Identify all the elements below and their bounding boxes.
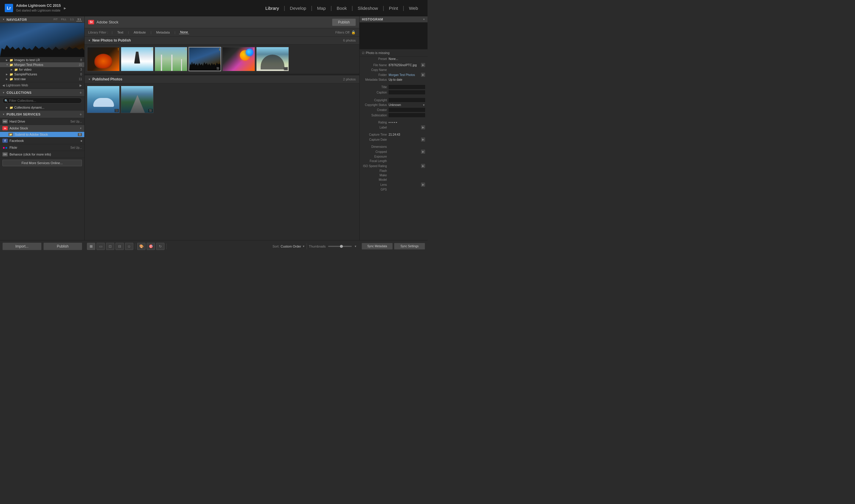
folder-for-video[interactable]: ▶ 📁 for video 3	[0, 67, 84, 72]
collections-header[interactable]: ▼ Collections +	[0, 89, 84, 96]
filter-none[interactable]: None	[179, 30, 189, 34]
navigator-fill[interactable]: FILL	[60, 18, 67, 21]
folder-sample-pictures[interactable]: ▶ 📁 SamplePictures 0	[0, 72, 84, 76]
published-photos-grid: ⬛ ⬛	[85, 84, 359, 115]
filter-lock-icon[interactable]: 🔒	[351, 30, 356, 34]
caption-value[interactable]	[389, 90, 425, 94]
navigator-1to1[interactable]: 1:1	[69, 18, 75, 21]
folder-morgan-test[interactable]: ▼ 📁 Morgan Test Photos 15	[0, 62, 84, 67]
rotate-btn[interactable]: ↻	[156, 243, 164, 250]
filter-btn[interactable]: 🎯	[147, 243, 155, 250]
folder-count: 15	[79, 63, 82, 67]
metadata-copyname: Copy Name	[359, 68, 427, 72]
main-nav: Library | Develop | Map | Book | Slidesh…	[261, 4, 423, 13]
status-label: Metadata Status	[362, 78, 389, 81]
nav-print[interactable]: Print	[384, 4, 403, 13]
nav-library[interactable]: Library	[261, 4, 284, 13]
publish-services-header[interactable]: ▼ Publish Services +	[0, 111, 84, 118]
sub-service-submit-stock[interactable]: 📁 Submit to Adobe Stock 8	[0, 132, 84, 138]
behance-icon: Bē	[2, 152, 8, 157]
navigator-fit[interactable]: FIT	[53, 18, 58, 21]
survey-view-btn[interactable]: ⊟	[115, 243, 124, 250]
capture-date-btn[interactable]: ▶	[421, 138, 425, 142]
mobile-arrow-btn[interactable]: ▶	[64, 6, 66, 10]
import-btn[interactable]: Import...	[2, 242, 41, 250]
publish-btn[interactable]: Publish	[332, 19, 356, 26]
photo-thumb-3[interactable]: !	[155, 47, 187, 71]
nav-web[interactable]: Web	[404, 4, 423, 13]
hard-drive-setup-btn[interactable]: Set Up...	[70, 120, 82, 123]
lens-btn[interactable]: ▶	[421, 182, 425, 187]
metadata-divider-1	[359, 82, 427, 84]
photo-thumb-7[interactable]: ⬛	[87, 86, 120, 113]
photo-thumb-1[interactable]: !	[87, 47, 120, 71]
photo-overlay: ⬛	[284, 67, 288, 70]
lightroom-web-item[interactable]: ◀ Lightroom Web ▶	[0, 82, 84, 88]
photo-overlay: ⬛	[148, 109, 153, 112]
nav-slideshow[interactable]: Slideshow	[353, 4, 383, 13]
thumbnail-size-slider[interactable]	[328, 246, 352, 247]
top-bar: Lr Adobe Lightroom CC 2015 Get started w…	[0, 0, 427, 16]
filter-metadata[interactable]: Metadata	[155, 31, 171, 34]
photo-thumb-6[interactable]: ⬛	[256, 47, 289, 71]
new-photos-section: ▼ New Photos to Publish 6 photos !	[85, 36, 359, 74]
lr-web-right-arrow: ▶	[79, 84, 82, 87]
navigator-3to1[interactable]: 3:1	[76, 18, 82, 21]
compare-view-btn[interactable]: ⊡	[106, 243, 114, 250]
service-behance[interactable]: Bē Behance (click for more info)	[0, 151, 84, 158]
creator-value[interactable]	[389, 108, 425, 112]
label-label: Label	[362, 126, 389, 129]
service-flickr[interactable]: ●● Flickr Set Up...	[0, 144, 84, 151]
collections-filter-input[interactable]	[2, 98, 82, 104]
sort-dropdown-icon[interactable]: ▼	[302, 245, 305, 248]
published-photos-header[interactable]: ▼ Published Photos 2 photos	[85, 75, 359, 84]
loupe-view-btn[interactable]: ▭	[96, 243, 105, 250]
folder-btn[interactable]: ▶	[421, 73, 425, 77]
publish-bottom-btn[interactable]: Publish	[43, 242, 83, 250]
filename-btn[interactable]: ▶	[421, 63, 425, 67]
new-photos-header[interactable]: ▼ New Photos to Publish 6 photos	[85, 36, 359, 44]
navigator-header[interactable]: ▼ Navigator FIT FILL 1:1 3:1	[0, 16, 84, 23]
rating-value[interactable]: • • • • •	[389, 121, 425, 124]
published-photos-collapse-icon: ▼	[88, 78, 91, 81]
copyright-label: Copyright	[362, 98, 389, 102]
sync-metadata-btn[interactable]: Sync Metadata	[361, 243, 393, 250]
photo-thumb-4[interactable]: ! ⬛	[189, 47, 221, 71]
people-view-btn[interactable]: ☺	[125, 243, 133, 250]
folder-value[interactable]: Morgan Test Photos	[389, 73, 420, 76]
folder-test-raw[interactable]: ▶ 📁 test raw 11	[0, 76, 84, 81]
photo-thumb-5[interactable]: !	[222, 47, 255, 71]
sublocation-value[interactable]	[389, 113, 425, 117]
preset-value[interactable]: None...	[389, 57, 425, 60]
filter-attribute[interactable]: Attribute	[132, 31, 147, 34]
photo-thumb-2[interactable]: !	[121, 47, 154, 71]
publish-services-add-btn[interactable]: +	[79, 112, 82, 116]
collections-filter-container: 🔍	[2, 98, 82, 104]
copyright-status-dropdown[interactable]: ▼	[423, 104, 425, 107]
title-value[interactable]	[389, 85, 425, 89]
cropped-btn[interactable]: ▶	[421, 149, 425, 154]
sort-value[interactable]: Custom Order	[281, 245, 301, 248]
find-more-services-btn[interactable]: Find More Services Online...	[2, 160, 82, 166]
iso-btn[interactable]: ▶	[421, 164, 425, 168]
histogram-header[interactable]: Histogram ▼	[359, 16, 427, 22]
dynamic-collections-item[interactable]: ▶ 📁 Collections dynami...	[0, 105, 84, 110]
nav-develop[interactable]: Develop	[285, 4, 311, 13]
service-adobe-stock[interactable]: St Adobe Stock ▼	[0, 125, 84, 132]
sync-settings-btn[interactable]: Sync Settings	[394, 243, 425, 250]
nav-book[interactable]: Book	[332, 4, 352, 13]
spray-btn[interactable]: 🎨	[137, 243, 145, 250]
service-hard-drive[interactable]: HD Hard Drive Set Up...	[0, 118, 84, 125]
label-btn[interactable]: ▶	[421, 125, 425, 129]
photo-thumb-8[interactable]: ⬛	[121, 86, 154, 113]
grid-view-btn[interactable]: ⊞	[87, 243, 95, 250]
copyright-value[interactable]	[389, 98, 425, 102]
filter-text[interactable]: Text	[116, 31, 124, 34]
nav-map[interactable]: Map	[312, 4, 331, 13]
slider-expand-icon[interactable]: ▼	[354, 245, 357, 248]
collections-add-btn[interactable]: +	[79, 90, 82, 95]
flickr-setup-btn[interactable]: Set Up...	[70, 146, 82, 149]
folder-images-test[interactable]: ▶ 📁 Images to test LR 8	[0, 58, 84, 62]
flickr-label: Flickr	[10, 146, 70, 149]
service-facebook[interactable]: f Facebook ◀	[0, 138, 84, 144]
